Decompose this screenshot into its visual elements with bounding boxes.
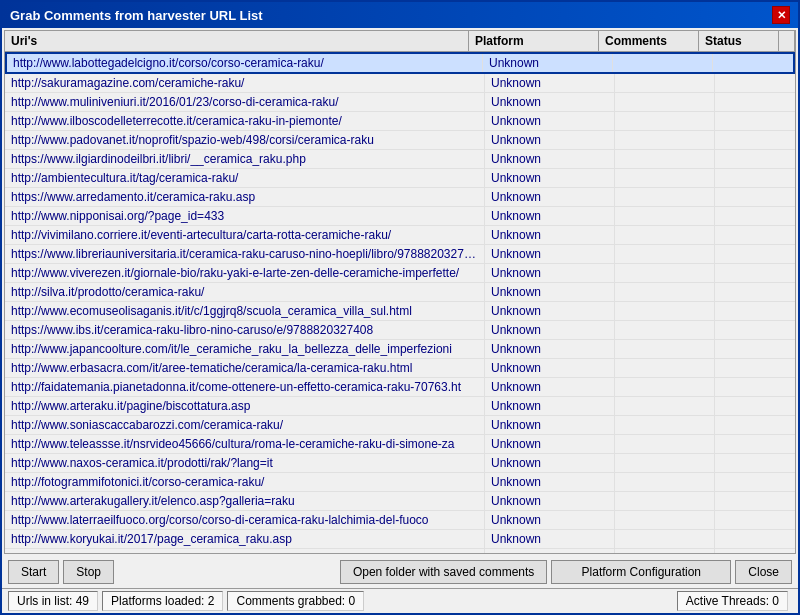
table-row[interactable]: http://ambientecultura.it/tag/ceramica-r…: [5, 169, 795, 188]
url-cell: http://www.nipponisai.org/?page_id=433: [5, 207, 485, 225]
col-header-comments: Comments: [599, 31, 699, 51]
status-cell: [715, 207, 795, 225]
comments-cell: [615, 93, 715, 111]
platform-cell: Unknown: [485, 435, 615, 453]
status-cell: [713, 54, 793, 72]
platform-cell: Unknown: [485, 188, 615, 206]
comments-cell: [615, 435, 715, 453]
url-cell: https://www.ibs.it/ceramica-raku-libro-n…: [5, 321, 485, 339]
platform-cell: Unknown: [485, 454, 615, 472]
table-row[interactable]: http://www.viverezen.it/giornale-bio/rak…: [5, 264, 795, 283]
url-cell: https://www.ilgiardinodeilbri.it/libri/_…: [5, 150, 485, 168]
table-row[interactable]: http://www.nipponisai.org/?page_id=433Un…: [5, 207, 795, 226]
table-row[interactable]: http://vivimilano.corriere.it/eventi-art…: [5, 226, 795, 245]
table-row[interactable]: http://silva.it/prodotto/ceramica-raku/U…: [5, 283, 795, 302]
table-row[interactable]: http://www.ecomuseolisaganis.it/it/c/1gg…: [5, 302, 795, 321]
table-row[interactable]: http://www.teleassse.it/nsrvideo45666/cu…: [5, 435, 795, 454]
table-row[interactable]: http://www.koryukai.it/2017/page_ceramic…: [5, 530, 795, 549]
url-cell: http://vivimilano.corriere.it/eventi-art…: [5, 226, 485, 244]
comments-cell: [615, 302, 715, 320]
table-row[interactable]: http://www.labottegadelcigno.it/corso/co…: [5, 52, 795, 74]
url-cell: http://silva.it/prodotto/ceramica-raku/: [5, 283, 485, 301]
url-cell: http://www.koryukai.it/2017/page_ceramic…: [5, 530, 485, 548]
url-cell: http://www.naxos-ceramica.it/prodotti/ra…: [5, 454, 485, 472]
window-close-button[interactable]: ✕: [772, 6, 790, 24]
platform-cell: Unknown: [485, 530, 615, 548]
table-row[interactable]: http://www.japancoolture.com/it/le_ceram…: [5, 340, 795, 359]
close-button[interactable]: Close: [735, 560, 792, 584]
url-cell: http://www.muliniveniuri.it/2016/01/23/c…: [5, 93, 485, 111]
comments-cell: [615, 397, 715, 415]
status-cell: [715, 549, 795, 553]
status-cell: [715, 321, 795, 339]
status-cell: [715, 226, 795, 244]
table-body[interactable]: http://www.labottegadelcigno.it/corso/co…: [5, 52, 795, 553]
table-row[interactable]: http://www.artimondo.it/magazine/ceramic…: [5, 549, 795, 553]
status-cell: [715, 378, 795, 396]
comments-cell: [615, 245, 715, 263]
url-cell: http://fotogrammifotonici.it/corso-ceram…: [5, 473, 485, 491]
url-cell: http://sakuramagazine.com/ceramiche-raku…: [5, 74, 485, 92]
comments-cell: [615, 378, 715, 396]
comments-cell: [615, 530, 715, 548]
platform-cell: Unknown: [485, 302, 615, 320]
stop-button[interactable]: Stop: [63, 560, 114, 584]
platform-config-button[interactable]: Platform Configuration: [551, 560, 731, 584]
status-cell: [715, 302, 795, 320]
platform-cell: Unknown: [485, 169, 615, 187]
url-cell: http://www.artimondo.it/magazine/ceramic…: [5, 549, 485, 553]
status-cell: [715, 416, 795, 434]
comments-cell: [615, 264, 715, 282]
start-button[interactable]: Start: [8, 560, 59, 584]
url-cell: http://www.soniascaccabarozzi.com/cerami…: [5, 416, 485, 434]
status-cell: [715, 340, 795, 358]
status-cell: [715, 112, 795, 130]
open-folder-button[interactable]: Open folder with saved comments: [340, 560, 547, 584]
status-cell: [715, 283, 795, 301]
url-cell: http://www.viverezen.it/giornale-bio/rak…: [5, 264, 485, 282]
table-row[interactable]: https://www.libreriauniversitaria.it/cer…: [5, 245, 795, 264]
table-row[interactable]: https://www.ilgiardinodeilbri.it/libri/_…: [5, 150, 795, 169]
col-header-status: Status: [699, 31, 779, 51]
table-row[interactable]: http://www.padovanet.it/noprofit/spazio-…: [5, 131, 795, 150]
table-row[interactable]: http://www.muliniveniuri.it/2016/01/23/c…: [5, 93, 795, 112]
comments-cell: [615, 511, 715, 529]
table-row[interactable]: http://www.arterakugallery.it/elenco.asp…: [5, 492, 795, 511]
comments-cell: [615, 150, 715, 168]
platform-cell: Unknown: [485, 492, 615, 510]
status-cell: [715, 359, 795, 377]
urls-in-list-label: Urls in list: 49: [8, 591, 98, 611]
platform-cell: Unknown: [485, 150, 615, 168]
active-threads-label: Active Threads: 0: [677, 591, 788, 611]
platform-cell: Unknown: [485, 511, 615, 529]
table-row[interactable]: http://www.soniascaccabarozzi.com/cerami…: [5, 416, 795, 435]
table-row[interactable]: http://fotogrammifotonici.it/corso-ceram…: [5, 473, 795, 492]
table-row[interactable]: https://www.ibs.it/ceramica-raku-libro-n…: [5, 321, 795, 340]
table-row[interactable]: http://www.arteraku.it/pagine/biscottatu…: [5, 397, 795, 416]
comments-cell: [615, 473, 715, 491]
status-cell: [715, 169, 795, 187]
table-row[interactable]: https://www.arredamento.it/ceramica-raku…: [5, 188, 795, 207]
platform-cell: Unknown: [485, 131, 615, 149]
table-row[interactable]: http://www.laterraeilfuoco.org/corso/cor…: [5, 511, 795, 530]
main-window: Grab Comments from harvester URL List ✕ …: [0, 0, 800, 615]
platform-cell: Unknown: [485, 245, 615, 263]
status-cell: [715, 245, 795, 263]
comments-cell: [613, 54, 713, 72]
url-cell: http://www.padovanet.it/noprofit/spazio-…: [5, 131, 485, 149]
col-header-scroll-spacer: [779, 31, 795, 51]
col-header-urls: Uri's: [5, 31, 469, 51]
table-row[interactable]: http://www.erbasacra.com/it/aree-tematic…: [5, 359, 795, 378]
status-cell: [715, 511, 795, 529]
table-row[interactable]: http://www.ilboscodelleterrecotte.it/cer…: [5, 112, 795, 131]
status-cell: [715, 131, 795, 149]
url-cell: http://www.labottegadelcigno.it/corso/co…: [7, 54, 483, 72]
table-row[interactable]: http://sakuramagazine.com/ceramiche-raku…: [5, 74, 795, 93]
comments-cell: [615, 112, 715, 130]
status-cell: [715, 435, 795, 453]
table-row[interactable]: http://www.naxos-ceramica.it/prodotti/ra…: [5, 454, 795, 473]
table-row[interactable]: http://faidatemania.pianetadonna.it/come…: [5, 378, 795, 397]
status-cell: [715, 264, 795, 282]
url-table-container: Uri's Platform Comments Status http://ww…: [4, 30, 796, 554]
url-cell: http://faidatemania.pianetadonna.it/come…: [5, 378, 485, 396]
